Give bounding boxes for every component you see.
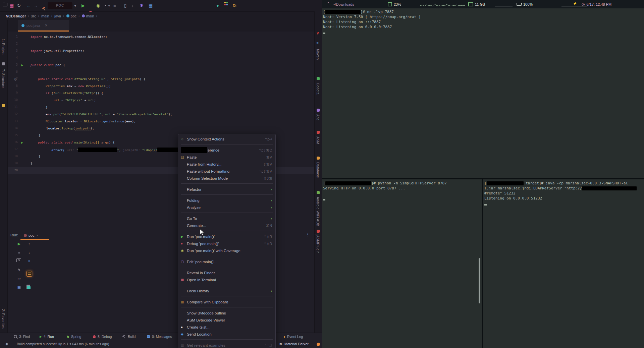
back-icon[interactable]: ←: [26, 3, 31, 9]
menu-item-generate-[interactable]: Generate...⌘N: [178, 222, 275, 229]
profiler-chevron-icon[interactable]: ▾: [108, 3, 110, 9]
menu-item-erence[interactable]: erence⌥⇧⌘C: [178, 147, 275, 154]
maven-v-icon[interactable]: V: [317, 32, 319, 35]
toolwindow-toggle-icon[interactable]: ◈: [5, 342, 8, 346]
grid-icon[interactable]: ▦: [149, 3, 153, 9]
menu-item-reveal-in-finder[interactable]: Reveal in Finder: [178, 269, 275, 276]
run-gutter-icon[interactable]: ▶: [21, 64, 23, 67]
coverage-icon[interactable]: ◉: [96, 3, 100, 9]
menu-item-folding[interactable]: Folding›: [178, 197, 275, 204]
close-icon[interactable]: ×: [45, 23, 47, 28]
stop-icon[interactable]: ■: [113, 3, 116, 9]
menu-item-go-to[interactable]: Go To›: [178, 215, 275, 222]
menu-item-create-gist-[interactable]: ●Create Gist...: [178, 324, 275, 331]
menu-item-paste-without-formatting[interactable]: Paste without Formatting⌥⇧⌘V: [178, 168, 275, 175]
breadcrumb-item-poc[interactable]: poc: [66, 14, 77, 18]
exit-icon[interactable]: ↦: [16, 276, 22, 281]
sidebar-item-Maven[interactable]: Maven: [316, 49, 320, 60]
menu-item-local-history[interactable]: Local History›: [178, 287, 275, 294]
screenshot-icon[interactable]: [16, 258, 21, 262]
wave-icon[interactable]: ≈: [317, 41, 319, 45]
redaction-box: [582, 186, 637, 190]
device-icon[interactable]: ▯: [124, 3, 126, 9]
toolwindow-button-build[interactable]: Build: [121, 333, 136, 340]
profiler-icon[interactable]: ◔: [104, 3, 106, 9]
ram-icon: [468, 2, 473, 6]
terminal-window[interactable]: ~/Downloads 23% 11 GB 100% ⚡ ◷ 6/17, 12:…: [322, 0, 644, 348]
plugin-dot-icon[interactable]: ●: [216, 3, 219, 9]
soft-wrap-icon[interactable]: [26, 271, 32, 277]
save-icon[interactable]: ▦: [10, 3, 14, 9]
scrollbar-thumb[interactable]: [479, 258, 480, 303]
layout-icon[interactable]: ▦: [16, 285, 22, 290]
console-lines-icon[interactable]: ≡: [26, 258, 32, 264]
sync-icon[interactable]: ↻: [17, 3, 21, 9]
more-options-icon[interactable]: ⋮: [306, 232, 310, 237]
menu-item-refactor[interactable]: Refactor›: [178, 186, 275, 193]
quad-colors-icon[interactable]: [224, 2, 226, 3]
clear-icon[interactable]: [26, 285, 30, 289]
menu-item-analyze[interactable]: Analyze›: [178, 204, 275, 211]
run-config-selector[interactable]: POC: [48, 2, 72, 9]
run-config-chevron-icon[interactable]: ▾: [74, 3, 76, 9]
class-file-icon: [21, 24, 24, 27]
event-log-button[interactable]: ● Event Log: [283, 333, 303, 340]
build-hammer-icon[interactable]: [42, 6, 46, 11]
tab-poc-java[interactable]: poc.java ×: [18, 20, 69, 31]
close-icon[interactable]: ×: [36, 233, 38, 237]
menu-item-show-context-actions[interactable]: ☼Show Context Actions⌥⏎: [178, 135, 275, 142]
menu-item-column-selection-mode[interactable]: Column Selection Mode⇧⌘8: [178, 175, 275, 182]
toolwindow-button-5-debug[interactable]: 5: Debug: [93, 333, 112, 340]
toolwindow-button-4-run[interactable]: ▶4: Run: [40, 333, 54, 340]
sidebar-item-7-Structure[interactable]: 7: Structure: [1, 69, 5, 89]
menu-item-run-poc-main-with-coverage[interactable]: ◉Run 'poc.main()' with Coverage: [178, 247, 275, 254]
breadcrumb-item-src[interactable]: src: [31, 14, 36, 18]
sidebar-item-Ant[interactable]: Ant: [316, 114, 320, 120]
download-icon[interactable]: ↓: [131, 3, 134, 9]
menu-item-compare-with-clipboard[interactable]: ▥Compare with Clipboard: [178, 298, 275, 305]
stop-icon[interactable]: ■: [16, 250, 22, 255]
terminal-line: [ target]# java -cp marshalsec-0.0.3-SNA…: [484, 181, 628, 186]
sidebar-item-Android-WiFi-ADB[interactable]: Android WiFi ADB: [316, 197, 320, 226]
menu-item-open-in-terminal[interactable]: ▦Open in Terminal: [178, 276, 275, 283]
menu-shortcut: ⌘N: [266, 224, 272, 228]
folder-icon[interactable]: [3, 3, 7, 6]
menu-item-asm-bytecode-viewer[interactable]: ASM Bytecode Viewer: [178, 316, 275, 324]
rerun-icon[interactable]: ▶: [16, 241, 22, 246]
breadcrumb-item-NCDebuger[interactable]: NCDebuger: [6, 14, 26, 18]
theme-name[interactable]: Material Darker: [284, 342, 309, 346]
menu-item-run-poc-main-[interactable]: ▶Run 'poc.main()'⌃⇧R: [178, 233, 275, 240]
settings-icon[interactable]: ✱: [140, 3, 144, 9]
menu-item-paste-from-history-[interactable]: Paste from History...⇧⌘V: [178, 161, 275, 168]
redaction-box: [325, 10, 361, 14]
menu-item-get-relevant-examples[interactable]: ▦Get relevant examples⌃⌥I: [178, 342, 275, 348]
toolwindow-button-3-find[interactable]: 3: Find: [13, 333, 30, 340]
pane-divider-vertical[interactable]: [482, 178, 483, 348]
dump-threads-icon[interactable]: ↯: [16, 267, 22, 273]
sidebar-item-Codota[interactable]: Codota: [316, 83, 320, 95]
sidebar-item-ASMPlugin[interactable]: ASMPlugin: [316, 235, 320, 253]
notification-dot[interactable]: [317, 343, 320, 346]
oi-plugin-icon[interactable]: Oi: [233, 3, 236, 9]
menu-item-paste[interactable]: ▤Paste⌘V: [178, 154, 275, 161]
run-tab-poc[interactable]: poc ×: [21, 232, 41, 239]
run-gutter-icon[interactable]: ▶: [21, 141, 23, 144]
sidebar-item-ASM[interactable]: ASM: [316, 136, 320, 144]
toolwindow-button-0-messages[interactable]: 0: Messages: [147, 333, 172, 340]
toolwindow-button-spring[interactable]: Spring: [66, 333, 81, 340]
menu-item-edit-poc-main-[interactable]: ▢Edit 'poc.main()'...: [178, 258, 275, 265]
breadcrumb-item-java[interactable]: java: [54, 14, 61, 18]
menu-item-show-bytecode-outline[interactable]: Show Bytecode outline: [178, 309, 275, 316]
sidebar-item-2-Favorites[interactable]: 2: Favorites: [1, 309, 5, 329]
menu-item-debug-poc-main-[interactable]: ●Debug 'poc.main()'⌃⇧D: [178, 240, 275, 247]
down-stack-icon[interactable]: ↓: [26, 250, 32, 255]
forward-icon[interactable]: →: [34, 3, 38, 9]
sidebar-item-1-Project[interactable]: 1: Project: [1, 39, 5, 55]
menu-item-send-location[interactable]: ◆Send Location: [178, 331, 275, 338]
sidebar-item-Database[interactable]: Database: [316, 162, 320, 178]
hide-panel-icon[interactable]: —: [315, 232, 319, 236]
run-icon[interactable]: ▶: [82, 3, 85, 9]
breadcrumb-item-main[interactable]: main: [41, 14, 49, 18]
breadcrumb-item-main[interactable]: main: [82, 14, 94, 18]
up-stack-icon[interactable]: ↑: [26, 241, 32, 246]
